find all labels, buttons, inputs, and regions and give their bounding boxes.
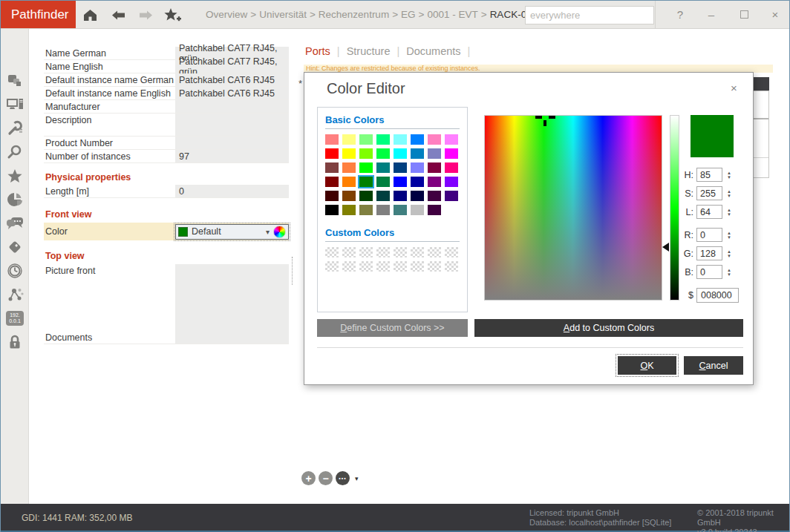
add-favorite-button[interactable] [163,7,181,23]
basic-color-swatch[interactable] [342,148,356,159]
basic-color-swatch[interactable] [428,177,441,187]
tab-ports[interactable]: Ports [305,45,330,57]
sidebar-item-topology[interactable] [1,285,29,304]
basic-color-swatch[interactable] [342,177,356,187]
spinner-arrows-icon[interactable]: ▲▼ [727,231,731,240]
basic-color-swatch[interactable] [342,205,356,215]
basic-color-swatch[interactable] [411,205,424,215]
sidebar-item-objects[interactable] [1,71,29,91]
add-button[interactable]: + [301,471,316,485]
sidebar-item-favorites[interactable] [1,166,29,185]
chevron-down-icon[interactable]: ▾ [355,475,359,482]
field-value[interactable]: Patchkabel CAT6 RJ45 [175,73,289,86]
panel-splitter[interactable] [292,257,293,285]
basic-color-swatch[interactable] [428,134,441,145]
basic-color-swatch[interactable] [411,134,424,145]
hue-saturation-field[interactable] [484,115,662,301]
channel-input[interactable]: 255 [696,186,722,200]
minimize-button[interactable]: – [702,1,721,28]
length-value[interactable]: 0 [175,185,289,197]
color-dropdown[interactable]: Default ▾ [175,224,289,240]
basic-color-swatch[interactable] [394,177,407,187]
spinner-arrows-icon[interactable]: ▲▼ [727,249,731,258]
hex-input[interactable]: 008000 [696,288,739,303]
sidebar-item-search[interactable] [1,142,29,162]
custom-color-slot[interactable] [376,261,390,272]
basic-color-swatch[interactable] [376,148,390,159]
luminance-slider-marker[interactable] [662,243,669,252]
custom-color-slot[interactable] [445,247,458,257]
basic-color-swatch[interactable] [342,191,356,201]
spinner-arrows-icon[interactable]: ▲▼ [727,268,731,277]
basic-color-swatch[interactable] [325,148,339,159]
spinner-arrows-icon[interactable]: ▲▼ [727,189,731,198]
custom-color-slot[interactable] [394,261,407,272]
basic-color-swatch[interactable] [325,177,339,187]
custom-color-slot[interactable] [325,261,339,272]
custom-color-slot[interactable] [342,247,356,257]
custom-color-slot[interactable] [342,261,356,272]
basic-color-swatch[interactable] [359,162,373,173]
channel-input[interactable]: 128 [696,246,722,260]
custom-color-slot[interactable] [394,247,407,257]
back-button[interactable] [109,7,127,23]
basic-color-swatch[interactable] [376,177,390,187]
home-button[interactable] [81,7,99,23]
custom-color-slot[interactable] [445,261,458,272]
breadcrumb-item[interactable]: EG [401,9,416,20]
remove-button[interactable]: − [319,471,333,485]
basic-color-swatch[interactable] [376,205,390,215]
field-value[interactable] [175,100,289,113]
basic-color-swatch[interactable] [411,191,424,201]
sidebar-item-tools[interactable] [1,119,29,138]
custom-color-slot[interactable] [428,261,441,272]
sidebar-item-tags[interactable] [1,237,29,257]
close-window-button[interactable]: × [765,1,785,28]
basic-color-swatch[interactable] [428,205,441,215]
more-options-button[interactable]: ••• [336,471,350,485]
form-row[interactable]: Manufacturer [44,100,289,114]
basic-color-swatch[interactable] [394,148,407,159]
field-value[interactable]: Patchkabel CAT6 RJ45 [175,87,289,99]
basic-color-swatch[interactable] [411,177,424,187]
basic-color-swatch[interactable] [445,191,458,201]
basic-color-swatch[interactable] [445,148,458,159]
form-row[interactable]: Default instance name GermanPatchkabel C… [44,73,289,87]
field-value[interactable] [175,114,289,136]
tab-structure[interactable]: Structure [347,45,391,57]
color-wheel-icon[interactable] [273,226,286,238]
custom-color-slot[interactable] [428,247,441,257]
basic-color-swatch[interactable] [376,162,390,173]
basic-color-swatch[interactable] [359,205,373,215]
add-to-custom-colors-button[interactable]: Add to Custom Colors [474,319,743,337]
form-row[interactable]: Default instance name EnglishPatchkabel … [44,87,289,100]
channel-input[interactable]: 64 [696,205,722,219]
ok-button[interactable]: OK [618,356,676,375]
basic-color-swatch[interactable] [359,177,373,187]
basic-color-swatch[interactable] [342,162,356,173]
basic-color-swatch[interactable] [428,162,441,173]
basic-color-swatch[interactable] [445,177,458,187]
search-input[interactable] [526,10,665,21]
picture-front-value[interactable] [175,264,289,331]
custom-color-slot[interactable] [376,247,390,257]
tab-documents[interactable]: Documents [406,45,460,57]
field-value[interactable] [175,137,289,149]
custom-color-slot[interactable] [411,247,424,257]
basic-color-swatch[interactable] [342,134,356,145]
form-row[interactable]: Description [44,114,289,137]
custom-color-slot[interactable] [325,247,339,257]
cancel-button[interactable]: Cancel [684,356,743,375]
basic-color-swatch[interactable] [359,148,373,159]
picture-front-row[interactable]: Picture front [44,264,289,331]
breadcrumb-item[interactable]: Overview [206,9,247,20]
breadcrumb-item[interactable]: Universität [259,9,307,20]
length-row[interactable]: Length [m] 0 [44,185,289,198]
close-icon[interactable]: × [731,82,737,94]
sidebar-item-reports[interactable] [1,190,29,209]
channel-input[interactable]: 0 [696,265,722,279]
documents-value[interactable] [175,331,289,344]
breadcrumb-item[interactable]: 0001 - EVT [427,9,477,20]
basic-color-swatch[interactable] [325,134,339,145]
sidebar-item-ip-addresses[interactable]: 192. 0.0.1 [1,309,29,328]
